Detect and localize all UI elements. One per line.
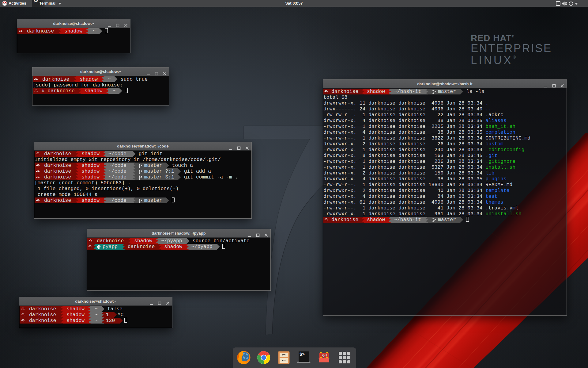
svg-text:$>: $> <box>300 352 305 357</box>
